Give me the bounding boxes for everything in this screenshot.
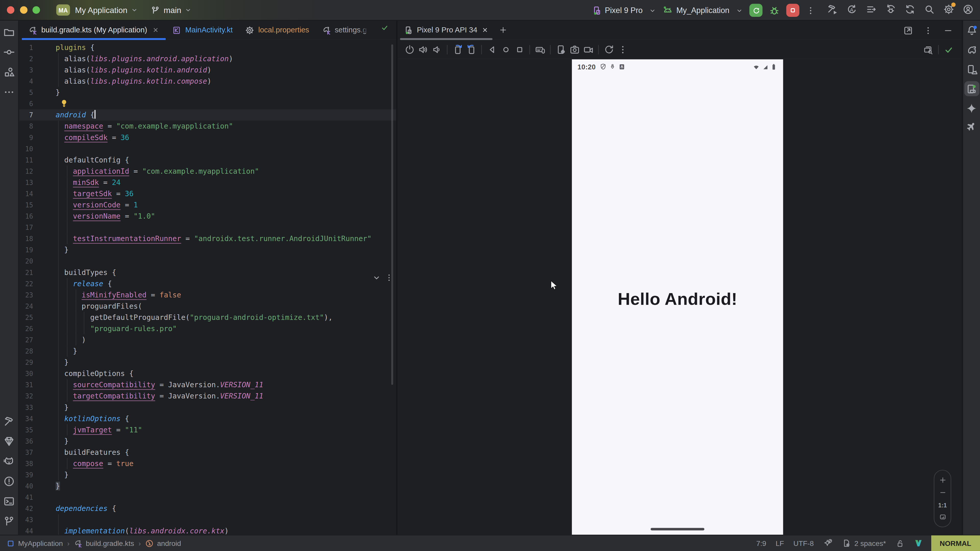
- device-tab[interactable]: Pixel 9 Pro API 34: [399, 21, 493, 39]
- line-separator[interactable]: LF: [776, 540, 784, 547]
- tool-commit-icon[interactable]: [3, 46, 15, 58]
- restart-button[interactable]: [602, 43, 616, 56]
- notifications-icon[interactable]: [966, 25, 977, 36]
- tool-more-horiz-icon[interactable]: [3, 86, 15, 98]
- caret-position[interactable]: 7:9: [756, 540, 766, 547]
- line-number: 17: [19, 222, 56, 233]
- unlocked-icon[interactable]: [895, 539, 904, 548]
- build-hammer-button[interactable]: [827, 3, 838, 17]
- minimize-window-button[interactable]: [20, 6, 27, 14]
- tool-terminal-icon[interactable]: [3, 495, 15, 507]
- toolbar-divider: [447, 44, 447, 54]
- device-selector[interactable]: Pixel 9 Pro: [592, 5, 656, 15]
- code-line-23: 23 isMinifyEnabled = false: [19, 289, 396, 300]
- indent-setting[interactable]: 2 spaces*: [842, 538, 886, 548]
- code-line-40: 40}: [19, 480, 396, 492]
- profiler-button[interactable]: [865, 3, 877, 17]
- code-line-39: 39 }: [19, 469, 396, 480]
- more-options-icon[interactable]: [806, 5, 816, 15]
- code-line-16: 16 versionName = "1.0": [19, 210, 396, 222]
- vim-mode-icon[interactable]: [913, 538, 923, 548]
- line-number: 30: [19, 368, 56, 379]
- zoom-out-button[interactable]: [939, 489, 947, 497]
- line-number: 34: [19, 413, 56, 424]
- branch-name: main: [164, 5, 181, 15]
- home-button[interactable]: [499, 43, 512, 56]
- more-vert-icon[interactable]: [923, 25, 933, 35]
- maximize-window-button[interactable]: [32, 6, 40, 14]
- status-check-icon[interactable]: [942, 43, 956, 57]
- rerun-button[interactable]: [749, 4, 762, 17]
- code-line-22: 22 release {: [19, 278, 396, 289]
- code-line-35: 35 jvmTarget = "11": [19, 424, 396, 435]
- attach-debugger-button[interactable]: [885, 3, 896, 17]
- rotate-left-button[interactable]: [451, 43, 465, 56]
- tool-build-hammer-tool-icon[interactable]: [3, 416, 15, 427]
- more-vert-button[interactable]: [616, 43, 629, 56]
- overview-button[interactable]: [512, 43, 526, 56]
- line-number: 21: [19, 267, 56, 278]
- tool-problems-icon[interactable]: [3, 475, 15, 487]
- gemini-disabled-icon[interactable]: [823, 538, 832, 548]
- account-button[interactable]: [963, 3, 974, 17]
- volume-up-button[interactable]: [416, 43, 430, 56]
- tool-running-devices-icon[interactable]: [964, 81, 979, 96]
- tool-version-control-icon[interactable]: [3, 515, 15, 527]
- project-name-menu[interactable]: My Application: [75, 5, 127, 15]
- code-editor[interactable]: 1plugins {2 alias(libs.plugins.android.a…: [19, 40, 396, 535]
- tool-app-quality-insights-icon[interactable]: [3, 435, 15, 448]
- breadcrumb-MyApplication[interactable]: MyApplication: [6, 539, 63, 548]
- apply-changes-button[interactable]: A: [846, 3, 858, 17]
- stop-button[interactable]: [786, 4, 799, 17]
- screen-record-button[interactable]: [581, 43, 595, 56]
- status-bar-right: 7:9 LF UTF-8 2 spaces*: [756, 538, 923, 548]
- inspections-ok-icon[interactable]: [380, 24, 389, 32]
- editor-tab-local.properties[interactable]: local.properties: [239, 21, 315, 39]
- line-number: 25: [19, 312, 56, 323]
- close-window-button[interactable]: [7, 6, 14, 14]
- rotate-right-button[interactable]: [465, 43, 478, 56]
- zoom-in-button[interactable]: [939, 476, 947, 484]
- zoom-reset-button[interactable]: 1:1: [938, 502, 947, 508]
- line-number: 15: [19, 199, 56, 210]
- fit-screen-button[interactable]: [939, 513, 947, 521]
- back-button[interactable]: [485, 43, 499, 56]
- branch-selector[interactable]: main: [151, 5, 192, 15]
- ui-check-icon[interactable]: [921, 43, 935, 57]
- run-configuration-selector[interactable]: My_Application: [662, 5, 743, 16]
- editor-tab-build.gradle.kts[interactable]: build.gradle.kts (My Application): [22, 21, 166, 39]
- file-encoding[interactable]: UTF-8: [794, 540, 814, 547]
- tool-gemini-icon[interactable]: [964, 100, 979, 116]
- editor-tab-MainActivity.kt[interactable]: MainActivity.kt: [166, 21, 239, 39]
- tool-airplane-icon[interactable]: [964, 120, 979, 135]
- volume-down-button[interactable]: [430, 43, 444, 56]
- tool-logcat-icon[interactable]: [3, 455, 15, 467]
- search-button[interactable]: [924, 3, 935, 17]
- close-icon[interactable]: [481, 26, 488, 34]
- line-number: 40: [19, 480, 56, 492]
- debug-button[interactable]: [769, 5, 780, 16]
- emulator-screen[interactable]: 10:20 A Hello Android!: [572, 59, 783, 535]
- power-button[interactable]: [402, 43, 416, 56]
- virtual-keyboard-button[interactable]: [533, 43, 547, 56]
- tool-gradle-icon[interactable]: [964, 43, 979, 58]
- editor-scrollbar[interactable]: [391, 44, 393, 385]
- code-line-1: 1plugins {: [19, 42, 396, 53]
- toolbar-actions: A: [827, 3, 974, 17]
- tool-project-folder-icon[interactable]: [3, 26, 15, 38]
- device-settings-button[interactable]: [554, 43, 568, 56]
- settings-button[interactable]: [943, 3, 955, 17]
- tool-device-manager-icon[interactable]: [964, 62, 979, 77]
- intention-bulb-icon[interactable]: [59, 99, 69, 108]
- line-number: 31: [19, 380, 56, 391]
- screenshot-button[interactable]: [568, 43, 581, 56]
- editor-tab-settings.g[interactable]: settings.g: [315, 21, 373, 39]
- breadcrumb-android[interactable]: android: [145, 539, 181, 548]
- gradle-sync-button[interactable]: [904, 3, 916, 17]
- open-in-window-icon[interactable]: [903, 25, 913, 35]
- tool-resource-manager-icon[interactable]: [3, 66, 15, 78]
- add-device-icon[interactable]: [499, 25, 508, 34]
- close-icon[interactable]: [152, 26, 159, 34]
- hide-icon[interactable]: [943, 25, 953, 35]
- breadcrumb-build.gradle.kts[interactable]: build.gradle.kts: [74, 539, 134, 548]
